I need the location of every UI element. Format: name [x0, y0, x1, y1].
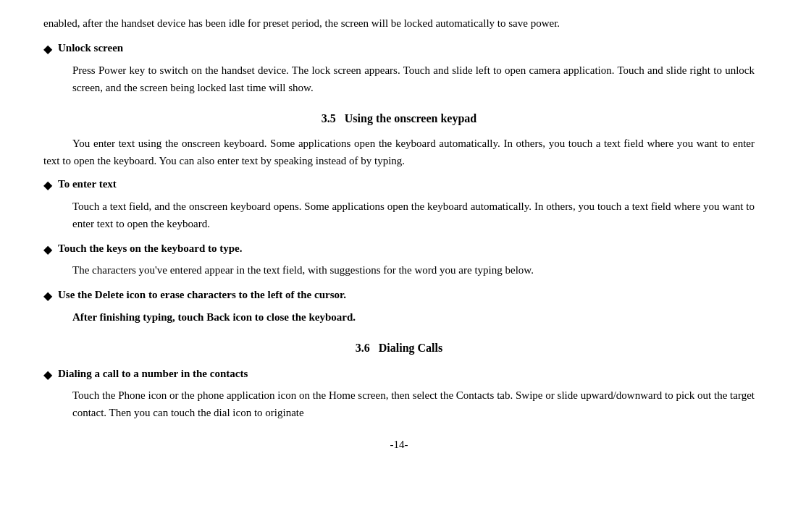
section-36-number: 3.6 [356, 342, 370, 354]
use-delete-title: Use the Delete icon to erase characters … [58, 286, 346, 303]
bullet-diamond-icon-2: ◆ [43, 176, 52, 195]
unlock-screen-section: ◆ Unlock screen Press Power key to switc… [43, 39, 755, 96]
touch-keys-body: The characters you've entered appear in … [43, 261, 755, 279]
dialing-contacts-title: Dialing a call to a number in the contac… [58, 365, 248, 382]
to-enter-text-title: To enter text [58, 175, 117, 193]
intro-paragraph: enabled, after the handset device has be… [43, 14, 755, 32]
use-delete-bold-line: After finishing typing, touch Back icon … [43, 308, 755, 326]
touch-keys-title: Touch the keys on the keyboard to type. [58, 240, 242, 257]
unlock-screen-header: ◆ Unlock screen [43, 39, 755, 59]
unlock-screen-title: Unlock screen [58, 39, 123, 56]
use-delete-header: ◆ Use the Delete icon to erase character… [43, 286, 755, 305]
bullet-diamond-icon-3: ◆ [43, 240, 52, 259]
use-delete-section: ◆ Use the Delete icon to erase character… [43, 286, 755, 326]
section-35-heading: 3.5Using the onscreen keypad [43, 109, 755, 128]
to-enter-text-body: Touch a text field, and the onscreen key… [43, 198, 755, 232]
section-36-heading: 3.6Dialing Calls [43, 339, 755, 358]
touch-keys-header: ◆ Touch the keys on the keyboard to type… [43, 240, 755, 259]
dialing-contacts-section: ◆ Dialing a call to a number in the cont… [43, 365, 755, 422]
page-content: enabled, after the handset device has be… [43, 14, 755, 453]
bullet-diamond-icon-4: ◆ [43, 287, 52, 305]
touch-keys-section: ◆ Touch the keys on the keyboard to type… [43, 240, 755, 279]
to-enter-text-header: ◆ To enter text [43, 175, 755, 195]
unlock-screen-body: Press Power key to switch on the handset… [43, 62, 755, 96]
section-35-title: Using the onscreen keypad [345, 112, 476, 124]
page-number: -14- [43, 436, 755, 453]
dialing-contacts-body: Touch the Phone icon or the phone applic… [43, 387, 755, 421]
section-35-number: 3.5 [322, 112, 336, 124]
section-36-title: Dialing Calls [379, 342, 442, 354]
bullet-diamond-icon: ◆ [43, 40, 52, 59]
bullet-diamond-icon-5: ◆ [43, 366, 52, 384]
dialing-contacts-header: ◆ Dialing a call to a number in the cont… [43, 365, 755, 384]
section-35-intro: You enter text using the onscreen keyboa… [43, 135, 755, 169]
to-enter-text-section: ◆ To enter text Touch a text field, and … [43, 175, 755, 232]
